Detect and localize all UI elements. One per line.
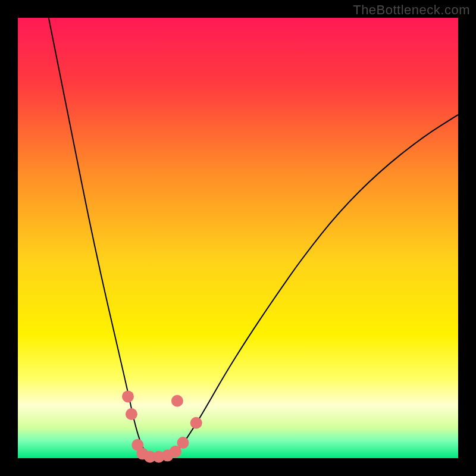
watermark-text: TheBottleneck.com: [353, 2, 470, 18]
highlight-point: [177, 437, 189, 449]
highlight-point: [190, 417, 202, 429]
highlight-point: [122, 390, 134, 402]
plot-background: [18, 18, 458, 458]
bottleneck-chart: [0, 0, 476, 476]
chart-frame: TheBottleneck.com: [0, 0, 476, 476]
highlight-point: [171, 395, 183, 407]
highlight-point: [126, 408, 137, 420]
